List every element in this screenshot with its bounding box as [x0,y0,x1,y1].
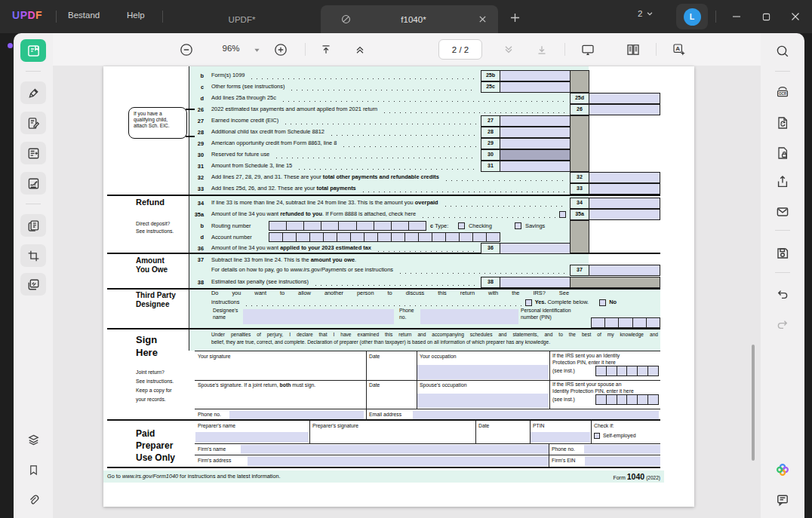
protect-button[interactable] [770,142,795,164]
page-indicator[interactable]: 2 / 2 [438,39,482,60]
checking-checkbox[interactable] [458,222,465,229]
amount-field-37[interactable] [589,265,660,276]
menu-file[interactable]: Bestand [68,11,100,20]
preparer-name-field[interactable] [195,432,309,443]
feedback-button[interactable] [770,489,795,511]
amount-field-28[interactable] [500,127,571,138]
amount-field-34[interactable] [589,198,660,209]
layers-button[interactable] [20,428,46,451]
amount-field-31[interactable] [500,161,571,172]
amount-field-26[interactable] [589,104,660,115]
minimize-button[interactable] [722,0,751,33]
entry-cell[interactable] [432,232,446,242]
entry-cell[interactable] [626,394,638,405]
fill-sign-button[interactable] [20,172,46,195]
designee-phone-field[interactable] [420,309,518,324]
amount-field-29[interactable] [500,138,571,149]
entry-cell[interactable] [309,232,324,242]
page-copy-button[interactable] [20,214,46,237]
amount-field-25d[interactable] [589,93,660,104]
amount-field-38[interactable] [500,277,571,288]
entry-cell[interactable] [595,394,607,405]
entry-cell[interactable] [646,317,660,328]
bookmark-button[interactable] [20,458,46,481]
entry-cell[interactable] [391,221,409,231]
entry-cell[interactable] [350,232,364,242]
scroll-to-top-button[interactable] [315,39,337,60]
spouse-occupation-field[interactable] [417,394,549,408]
slides-button[interactable] [20,273,46,296]
entry-cell[interactable] [617,394,628,405]
designee-name-field[interactable] [243,309,394,324]
reader-view-button[interactable] [20,39,46,62]
close-tab-icon[interactable] [475,13,489,26]
save-button[interactable] [770,242,795,265]
entry-cell[interactable] [338,221,356,231]
entry-cell[interactable] [282,232,297,242]
entry-cell[interactable] [617,366,628,376]
organize-pages-button[interactable] [20,142,46,164]
amount-field-25b[interactable] [500,70,571,81]
search-button[interactable] [770,40,795,63]
new-tab-button[interactable] [507,10,522,25]
amount-field-35a[interactable] [589,209,660,220]
menu-help[interactable]: Help [127,11,145,20]
document-area[interactable]: If you have a qualifying child, attach S… [53,66,761,518]
entry-cell[interactable] [269,221,287,231]
zoom-out-button[interactable] [176,39,197,60]
window-count-dropdown[interactable]: 2 [638,9,654,18]
edit-pdf-button[interactable] [20,112,46,134]
entry-cell[interactable] [637,394,648,405]
translate-button[interactable]: A [669,39,690,60]
close-window-button[interactable] [781,0,810,33]
entry-cell[interactable] [296,232,310,242]
entry-cell[interactable] [459,232,473,242]
scroll-to-bottom-button[interactable] [531,39,552,60]
entry-cell[interactable] [391,232,405,242]
undo-button[interactable] [770,283,795,305]
entry-cell[interactable] [445,232,460,242]
yes-checkbox[interactable] [525,299,532,306]
email-button[interactable] [770,201,795,223]
previous-page-button[interactable] [349,39,371,60]
amount-field-33[interactable] [589,183,660,195]
entry-cell[interactable] [591,317,605,328]
attachment-button[interactable] [20,489,46,511]
amount-field-25c[interactable] [500,81,571,93]
amount-field-30[interactable] [500,149,571,161]
phone-field[interactable] [229,411,364,419]
entry-cell[interactable] [632,317,647,328]
self-employed-checkbox[interactable] [594,433,600,439]
email-field[interactable] [413,411,659,419]
slideshow-button[interactable] [577,39,598,60]
entry-cell[interactable] [637,366,648,376]
entry-cell[interactable] [647,394,659,405]
entry-cell[interactable] [377,232,392,242]
no-checkbox[interactable] [599,299,606,306]
entry-cell[interactable] [374,221,392,231]
book-view-button[interactable] [623,39,644,60]
crop-button[interactable] [20,244,46,267]
zoom-level[interactable]: 96% [211,44,251,53]
form8888-checkbox[interactable] [559,211,566,218]
entry-cell[interactable] [418,232,432,242]
next-page-button[interactable] [498,39,519,60]
ptin-field[interactable] [531,432,590,443]
entry-cell[interactable] [647,366,659,376]
firm-name-field[interactable] [241,445,549,455]
ai-assistant-button[interactable] [770,458,795,481]
your-occupation-field[interactable] [417,365,549,379]
maximize-button[interactable] [752,0,780,33]
floating-widget-dot[interactable] [8,43,13,48]
entry-cell[interactable] [606,394,617,405]
tab-f1040[interactable]: f1040* [321,5,498,33]
entry-cell[interactable] [486,232,500,242]
amount-field-36[interactable] [500,243,571,254]
account-button[interactable]: L [676,4,708,29]
share-button[interactable] [770,170,795,193]
entry-cell[interactable] [303,221,321,231]
entry-cell[interactable] [618,317,632,328]
redo-button[interactable] [770,313,795,336]
entry-cell[interactable] [604,317,619,328]
zoom-in-button[interactable] [270,39,291,60]
